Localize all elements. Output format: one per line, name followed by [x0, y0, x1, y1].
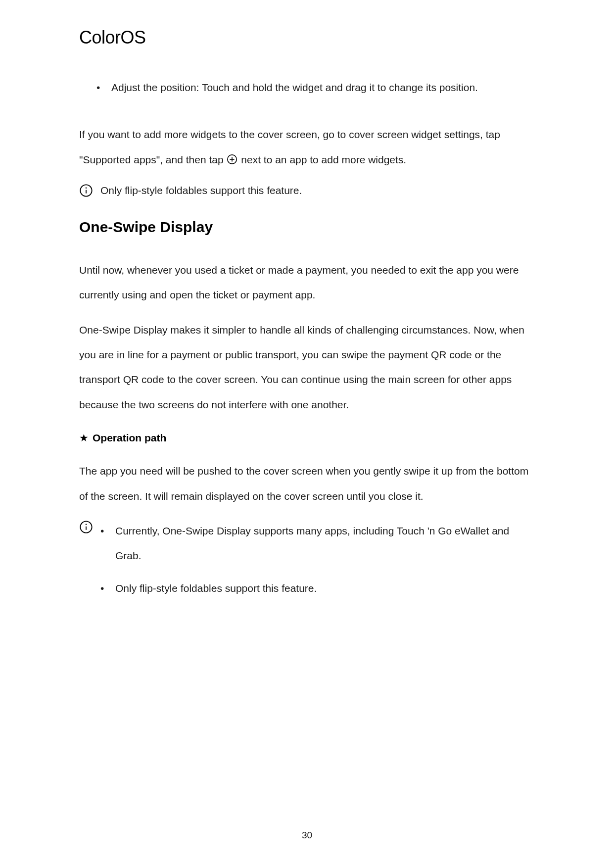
plus-circle-icon: [226, 153, 238, 165]
bullet-item: Adjust the position: Touch and hold the …: [96, 75, 535, 100]
paragraph-intro: Until now, whenever you used a ticket or…: [79, 258, 535, 308]
info-bullet-item: Currently, One-Swipe Display supports ma…: [100, 519, 535, 569]
info-note-1: Only flip-style foldables support this f…: [79, 182, 535, 199]
header-logo: ColorOS: [79, 27, 535, 48]
svg-point-4: [86, 188, 87, 189]
info-icon: [79, 184, 93, 197]
paragraph-description: One-Swipe Display makes it simpler to ha…: [79, 318, 535, 418]
widget-bullet-list: Adjust the position: Touch and hold the …: [96, 75, 535, 100]
info-text: Only flip-style foldables support this f…: [100, 182, 302, 199]
info-note-2: Currently, One-Swipe Display supports ma…: [79, 519, 535, 608]
operation-path-heading: ★ Operation path: [79, 432, 535, 444]
logo-text: ColorOS: [79, 27, 146, 48]
info-icon: [79, 520, 93, 534]
para-text-part2: next to an app to add more widgets.: [241, 154, 406, 165]
paragraph-operation: The app you need will be pushed to the c…: [79, 459, 535, 509]
svg-point-7: [86, 524, 87, 525]
section-heading-one-swipe: One-Swipe Display: [79, 219, 535, 236]
info-bullet-list: Currently, One-Swipe Display supports ma…: [100, 519, 535, 608]
star-icon: ★: [79, 432, 89, 444]
operation-path-label: Operation path: [93, 432, 166, 444]
page-number: 30: [302, 830, 312, 841]
info-bullet-item: Only flip-style foldables support this f…: [100, 576, 535, 601]
paragraph-add-widgets: If you want to add more widgets to the c…: [79, 122, 535, 172]
